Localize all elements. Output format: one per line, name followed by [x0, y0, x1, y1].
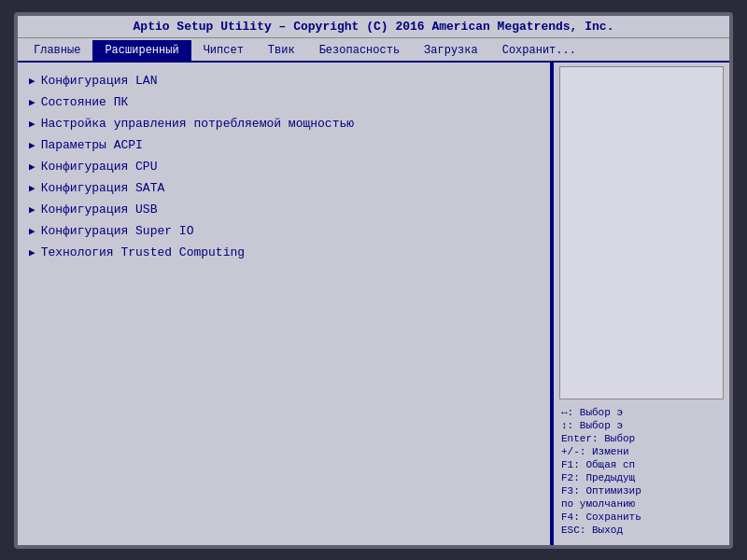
tab-bezopasnost[interactable]: Безопасность — [307, 40, 412, 61]
menu-item-label: Конфигурация Super IO — [41, 224, 194, 238]
tab-sokhranit[interactable]: Сохранит... — [490, 40, 588, 61]
tab-tvik[interactable]: Твик — [256, 40, 307, 61]
menu-panel: ▶Конфигурация LAN▶Состояние ПК▶Настройка… — [18, 63, 552, 545]
help-line-7: по умолчанию — [561, 498, 722, 510]
arrow-icon: ▶ — [29, 96, 35, 108]
menu-item-cpu-config[interactable]: ▶Конфигурация CPU — [21, 156, 546, 177]
menu-item-lan-config[interactable]: ▶Конфигурация LAN — [21, 70, 546, 91]
menu-item-sata-config[interactable]: ▶Конфигурация SATA — [21, 177, 546, 199]
arrow-icon: ▶ — [29, 225, 35, 237]
menu-item-label: Конфигурация LAN — [41, 74, 158, 88]
arrow-icon: ▶ — [29, 118, 35, 130]
help-line-2: Enter: Выбор — [561, 433, 722, 444]
menu-item-label: Параметры ACPI — [41, 138, 143, 152]
screen-bezel: Aptio Setup Utility – Copyright (C) 2016… — [14, 12, 733, 549]
menu-item-label: Конфигурация USB — [41, 203, 158, 217]
menu-item-acpi-params[interactable]: ▶Параметры ACPI — [21, 134, 546, 156]
menu-item-power-mgmt[interactable]: ▶Настройка управления потребляемой мощно… — [21, 113, 546, 134]
menu-item-pc-state[interactable]: ▶Состояние ПК — [21, 91, 546, 113]
menu-item-label: Технология Trusted Computing — [41, 245, 245, 259]
arrow-icon: ▶ — [29, 161, 35, 173]
help-line-0: ↔: Выбор э — [561, 407, 722, 418]
help-line-4: F1: Общая сп — [561, 459, 722, 470]
tab-glavnye[interactable]: Главные — [21, 40, 92, 61]
arrow-icon: ▶ — [29, 246, 35, 259]
menu-item-usb-config[interactable]: ▶Конфигурация USB — [21, 199, 546, 220]
help-line-8: F4: Сохранить — [561, 511, 722, 523]
help-description-area — [559, 66, 724, 399]
arrow-icon: ▶ — [29, 203, 35, 216]
tab-bar: ГлавныеРасширенныйЧипсетТвикБезопасность… — [18, 38, 729, 63]
menu-item-trusted-computing[interactable]: ▶Технология Trusted Computing — [21, 242, 546, 263]
menu-item-label: Состояние ПК — [41, 95, 129, 109]
menu-item-label: Конфигурация CPU — [41, 160, 158, 174]
help-line-1: ↕: Выбор э — [561, 420, 722, 431]
tab-zagruzka[interactable]: Загрузка — [412, 40, 490, 61]
title-text: Aptio Setup Utility – Copyright (C) 2016… — [134, 20, 614, 34]
key-hints-area: ↔: Выбор э↕: Выбор эEnter: Выбор+/-: Изм… — [559, 403, 724, 541]
help-line-3: +/-: Измени — [561, 446, 722, 457]
menu-item-label: Конфигурация SATA — [41, 181, 165, 195]
content-wrapper: ▶Конфигурация LAN▶Состояние ПК▶Настройка… — [18, 63, 729, 545]
help-line-6: F3: Оптимизир — [561, 485, 722, 497]
help-panel: ↔: Выбор э↕: Выбор эEnter: Выбор+/-: Изм… — [552, 63, 729, 545]
help-line-9: ESC: Выход — [561, 525, 722, 536]
tab-rasshirennyy[interactable]: Расширенный — [92, 40, 190, 61]
arrow-icon: ▶ — [29, 182, 35, 194]
menu-item-superio-config[interactable]: ▶Конфигурация Super IO — [21, 220, 546, 242]
help-line-5: F2: Предыдущ — [561, 472, 722, 483]
menu-item-label: Настройка управления потребляемой мощнос… — [41, 117, 354, 131]
outer-frame: Aptio Setup Utility – Copyright (C) 2016… — [0, 0, 747, 560]
arrow-icon: ▶ — [29, 139, 35, 151]
tab-chipset[interactable]: Чипсет — [191, 40, 256, 61]
title-bar: Aptio Setup Utility – Copyright (C) 2016… — [18, 16, 729, 38]
arrow-icon: ▶ — [29, 75, 35, 87]
